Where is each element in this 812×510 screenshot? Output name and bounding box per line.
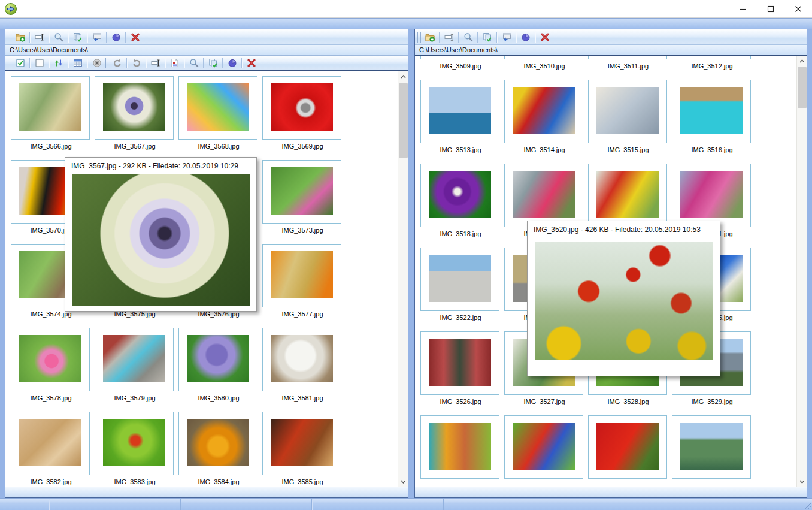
thumbnail[interactable] bbox=[588, 80, 667, 143]
scrollbar-thumb[interactable] bbox=[798, 67, 807, 108]
thumbnail-cell[interactable]: IMG_3566.jpg bbox=[9, 73, 93, 157]
thumbnail[interactable] bbox=[420, 80, 499, 143]
thumbnail-cell[interactable]: IMG_3568.jpg bbox=[177, 73, 260, 157]
thumbnail[interactable] bbox=[262, 160, 341, 224]
left-path-bar[interactable]: C:\Users\User\Documents\ bbox=[5, 45, 408, 56]
thumbnail[interactable] bbox=[420, 331, 499, 395]
rename-icon[interactable] bbox=[32, 31, 46, 43]
thumbnail[interactable] bbox=[672, 80, 751, 143]
thumbnail-cell[interactable]: IMG_3509.jpg bbox=[419, 56, 502, 77]
move-to-icon[interactable] bbox=[90, 31, 104, 43]
thumbnail-cell[interactable] bbox=[670, 412, 754, 487]
thumbnail-cell[interactable]: IMG_3581.jpg bbox=[260, 325, 344, 409]
thumbnail-cell[interactable]: IMG_3577.jpg bbox=[260, 241, 344, 325]
statistics-icon[interactable] bbox=[225, 57, 239, 70]
thumbnail[interactable] bbox=[11, 76, 90, 140]
search-icon[interactable] bbox=[51, 31, 65, 43]
thumbnail[interactable] bbox=[672, 56, 751, 59]
resize-grip[interactable] bbox=[804, 502, 811, 509]
thumbnail-cell[interactable]: IMG_3515.jpg bbox=[586, 77, 670, 161]
thumbnail-cell[interactable]: IMG_3513.jpg bbox=[419, 77, 502, 161]
minimize-button[interactable] bbox=[729, 0, 757, 17]
search-icon[interactable] bbox=[187, 57, 201, 70]
thumbnail-cell[interactable] bbox=[419, 412, 502, 487]
scroll-down-button[interactable] bbox=[398, 476, 408, 487]
scroll-up-button[interactable] bbox=[398, 71, 408, 82]
thumbnail-cell[interactable]: IMG_3522.jpg bbox=[419, 245, 502, 328]
thumbnail-cell[interactable]: IMG_3580.jpg bbox=[177, 325, 260, 409]
new-folder-icon[interactable] bbox=[13, 31, 27, 43]
thumbnail[interactable] bbox=[588, 164, 667, 227]
thumbnail-cell[interactable]: IMG_3584.jpg bbox=[177, 409, 260, 487]
thumbnail[interactable] bbox=[11, 328, 90, 391]
thumbnail[interactable] bbox=[504, 164, 583, 227]
thumbnail-cell[interactable]: IMG_3526.jpg bbox=[419, 328, 502, 412]
thumbnail-cell[interactable] bbox=[502, 412, 586, 487]
thumbnail[interactable] bbox=[262, 412, 341, 475]
rename-icon[interactable] bbox=[442, 31, 456, 43]
copy-check-icon[interactable] bbox=[71, 31, 84, 43]
thumbnail-cell[interactable]: IMG_3510.jpg bbox=[502, 56, 586, 77]
scrollbar-thumb[interactable] bbox=[399, 83, 408, 158]
thumbnail[interactable] bbox=[95, 76, 174, 140]
thumbnail[interactable] bbox=[420, 415, 499, 479]
rotate-right-icon[interactable] bbox=[129, 57, 143, 70]
scroll-up-button[interactable] bbox=[797, 56, 807, 66]
left-scrollbar[interactable] bbox=[398, 71, 408, 487]
search-icon[interactable] bbox=[461, 31, 475, 43]
scroll-down-button[interactable] bbox=[797, 476, 807, 487]
move-to-icon[interactable] bbox=[499, 31, 513, 43]
close-button[interactable] bbox=[784, 0, 812, 17]
thumbnail[interactable] bbox=[262, 244, 341, 307]
thumbnail[interactable] bbox=[262, 76, 341, 140]
rename-icon[interactable] bbox=[149, 57, 162, 70]
thumbnail[interactable] bbox=[178, 328, 257, 391]
thumbnail[interactable] bbox=[672, 164, 751, 227]
thumbnail[interactable] bbox=[420, 164, 499, 227]
rotate-left-icon[interactable] bbox=[110, 57, 124, 70]
statistics-icon[interactable] bbox=[519, 31, 532, 43]
thumbnail[interactable] bbox=[504, 415, 583, 479]
new-folder-icon[interactable] bbox=[423, 31, 437, 43]
thumbnail[interactable] bbox=[504, 80, 583, 143]
slideshow-icon[interactable] bbox=[90, 57, 104, 70]
thumbnail-cell[interactable]: IMG_3573.jpg bbox=[260, 157, 344, 241]
uncheck-all-icon[interactable] bbox=[32, 57, 46, 70]
thumbnail-cell[interactable]: IMG_3578.jpg bbox=[9, 325, 93, 409]
thumbnail-cell[interactable]: IMG_3512.jpg bbox=[670, 56, 754, 77]
copy-check-icon[interactable] bbox=[480, 31, 494, 43]
check-all-icon[interactable] bbox=[13, 57, 27, 70]
thumbnail-cell[interactable]: IMG_3514.jpg bbox=[502, 77, 586, 161]
right-scrollbar[interactable] bbox=[796, 56, 807, 487]
thumbnail-cell[interactable]: IMG_3579.jpg bbox=[93, 325, 177, 409]
sort-icon[interactable] bbox=[51, 57, 65, 70]
thumbnail[interactable] bbox=[672, 415, 751, 479]
thumbnail[interactable] bbox=[11, 412, 90, 475]
file-info-icon[interactable] bbox=[168, 57, 181, 70]
right-path-bar[interactable]: C:\Users\User\Documents\ bbox=[415, 45, 807, 56]
delete-icon[interactable] bbox=[538, 31, 552, 43]
thumbnail[interactable] bbox=[178, 76, 257, 140]
thumbnail[interactable] bbox=[420, 56, 499, 59]
thumbnail-cell[interactable]: IMG_3582.jpg bbox=[9, 409, 93, 487]
thumbnail-cell[interactable]: IMG_3511.jpg bbox=[586, 56, 670, 77]
thumbnail-cell[interactable] bbox=[586, 412, 670, 487]
thumbnail[interactable] bbox=[178, 412, 257, 475]
thumbnail[interactable] bbox=[262, 328, 341, 391]
view-table-icon[interactable] bbox=[71, 57, 84, 70]
thumbnail[interactable] bbox=[588, 415, 667, 479]
thumbnail-cell[interactable]: IMG_3518.jpg bbox=[419, 161, 502, 245]
delete-icon[interactable] bbox=[244, 57, 258, 70]
delete-icon[interactable] bbox=[128, 31, 142, 43]
thumbnail[interactable] bbox=[95, 412, 174, 475]
statistics-icon[interactable] bbox=[109, 31, 123, 43]
thumbnail-cell[interactable]: IMG_3567.jpg bbox=[93, 73, 177, 157]
thumbnail-cell[interactable]: IMG_3569.jpg bbox=[260, 73, 344, 157]
thumbnail[interactable] bbox=[504, 56, 583, 59]
thumbnail-cell[interactable]: IMG_3516.jpg bbox=[670, 77, 754, 161]
thumbnail-cell[interactable]: IMG_3585.jpg bbox=[260, 409, 344, 487]
thumbnail[interactable] bbox=[95, 328, 174, 391]
maximize-button[interactable] bbox=[757, 0, 784, 17]
thumbnail-cell[interactable]: IMG_3583.jpg bbox=[93, 409, 177, 487]
thumbnail[interactable] bbox=[420, 248, 499, 311]
